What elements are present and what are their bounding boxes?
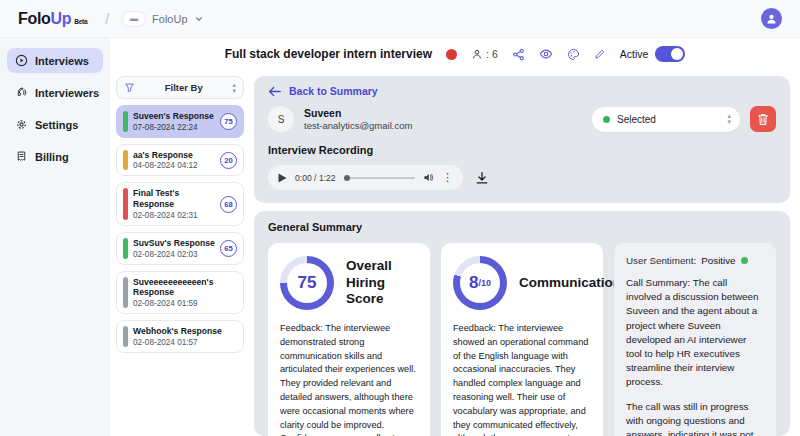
sentiment-label: User Sentiment: [626,255,696,266]
person-icon [765,12,778,25]
audio-player[interactable]: 0:00 / 1:22 ⋮ [268,165,463,190]
score-value: 75 [298,273,317,293]
response-status-bar [123,277,128,308]
interview-title: Full stack developer intern interview [225,47,432,61]
candidate-status-select[interactable]: Selected ▴▾ [592,107,740,132]
response-list-item[interactable]: Final Test's Response 02-08-2024 02:31 6… [116,182,244,225]
response-list-item[interactable]: Suveeeeeeeeeeen's Response 02-08-2024 01… [116,271,244,314]
preview-button[interactable] [539,47,553,61]
app-logo[interactable]: FoloUpBeta [18,10,87,28]
status-dot [603,116,610,123]
call-summary-paragraph: The call was still in progress with ongo… [626,400,764,436]
response-score-badge: 75 [220,113,237,130]
communication-score-card: 8/10 Communication Feedback: The intervi… [441,243,603,436]
responses-panel: Filter By ▴▾ Suveen's Response 07-08-202… [116,76,244,436]
response-status-bar [123,326,128,347]
sidebar-item-label: Billing [35,151,69,163]
score-feedback: Feedback: The interviewee showed an oper… [453,322,591,436]
workspace-avatar: ▬ [123,12,145,26]
response-list-item[interactable]: aa's Response 04-08-2024 04:12 20 [116,144,244,177]
download-icon [475,171,489,185]
respondents-count-value: : 6 [486,48,498,60]
funnel-icon [124,82,135,93]
back-label: Back to Summary [289,85,378,97]
response-date: 07-08-2024 22:24 [133,123,215,132]
response-list-item[interactable]: SuvSuv's Response 02-08-2024 02:03 65 [116,232,244,265]
response-score-badge: 20 [220,152,237,169]
call-summary-paragraph: Call Summary: The call involved a discus… [626,276,764,390]
response-name: Webhook's Response [133,326,237,337]
play-icon[interactable] [278,173,287,183]
filter-by-dropdown[interactable]: Filter By ▴▾ [116,76,244,99]
workspace-switcher[interactable]: ▬ FoloUp [123,12,202,26]
response-status-bar [123,150,128,171]
respondent-name: Suveen [304,107,412,119]
response-date: 04-08-2024 04:12 [133,161,215,170]
response-list-item[interactable]: Webhook's Response 02-08-2024 01:57 [116,320,244,353]
summary-title: General Summary [268,221,776,233]
score-feedback: Feedback: The interviewee demonstrated s… [280,322,418,436]
response-name: Suveeeeeeeeeeen's Response [133,277,237,298]
share-button[interactable] [512,48,525,61]
breadcrumb-separator: / [105,11,109,27]
sentiment-card: User Sentiment: Positive Call Summary: T… [614,243,776,436]
respondent-email: test-analytics@gmail.com [304,120,412,131]
person-icon [471,48,483,60]
sidebar: Interviews Interviewers Settings Billing [0,38,110,436]
audio-time: 0:00 / 1:22 [295,173,336,183]
sidebar-item-settings[interactable]: Settings [7,112,103,137]
top-header: FoloUpBeta / ▬ FoloUp [0,0,800,38]
sentiment-value: Positive [701,255,735,266]
general-summary-panel: General Summary 75 Overall Hiring Score … [254,211,790,436]
score-suffix: /10 [478,278,491,288]
user-avatar[interactable] [761,8,782,29]
response-name: Final Test's Response [133,188,215,209]
delete-response-button[interactable] [750,106,776,132]
status-value: Selected [617,114,720,125]
sidebar-item-label: Interviews [35,55,89,67]
sidebar-item-interviews[interactable]: Interviews [7,48,103,73]
audio-menu-icon[interactable]: ⋮ [442,172,453,183]
active-label: Active [620,48,649,60]
volume-icon[interactable] [423,172,434,183]
theme-button[interactable] [567,48,580,61]
billing-icon [15,150,28,163]
response-date: 02-08-2024 01:59 [133,299,237,308]
gear-icon [15,118,28,131]
active-toggle[interactable] [655,46,685,62]
recording-dot [446,49,457,60]
toggle-knob [671,48,683,60]
score-card-title: Overall Hiring Score [346,258,418,309]
response-status-bar [123,188,128,219]
response-score-badge: 65 [220,240,237,257]
download-recording-button[interactable] [475,171,489,185]
respondents-count: : 6 [471,48,498,60]
arrow-left-icon [268,86,281,97]
beta-badge: Beta [74,18,87,25]
response-date: 02-08-2024 02:31 [133,211,215,220]
response-name: SuvSuv's Response [133,238,215,249]
score-ring: 75 [280,256,334,310]
edit-button[interactable] [594,48,606,60]
interview-toolbar: Full stack developer intern interview : … [110,38,800,70]
chevron-down-icon [195,15,203,23]
response-list-item[interactable]: Suveen's Response 07-08-2024 22:24 75 [116,105,244,138]
response-status-bar [123,238,128,259]
sidebar-item-interviewers[interactable]: Interviewers [7,80,103,105]
sentiment-dot [741,257,748,264]
sidebar-item-label: Interviewers [35,87,99,99]
audio-seek-bar[interactable] [344,177,415,179]
trash-icon [757,113,769,126]
response-score-badge: 68 [220,196,237,213]
score-value: 8 [469,273,478,293]
response-status-bar [123,111,128,132]
response-date: 02-08-2024 02:03 [133,250,215,259]
sidebar-item-label: Settings [35,119,78,131]
response-date: 02-08-2024 01:57 [133,338,237,347]
sidebar-item-billing[interactable]: Billing [7,144,103,169]
respondent-header-panel: Back to Summary S Suveen test-analytics@… [254,76,790,203]
respondent-avatar: S [268,106,294,132]
back-to-summary-link[interactable]: Back to Summary [268,85,378,97]
response-detail: Back to Summary S Suveen test-analytics@… [254,76,790,436]
sort-chevrons-icon: ▴▾ [727,113,731,124]
